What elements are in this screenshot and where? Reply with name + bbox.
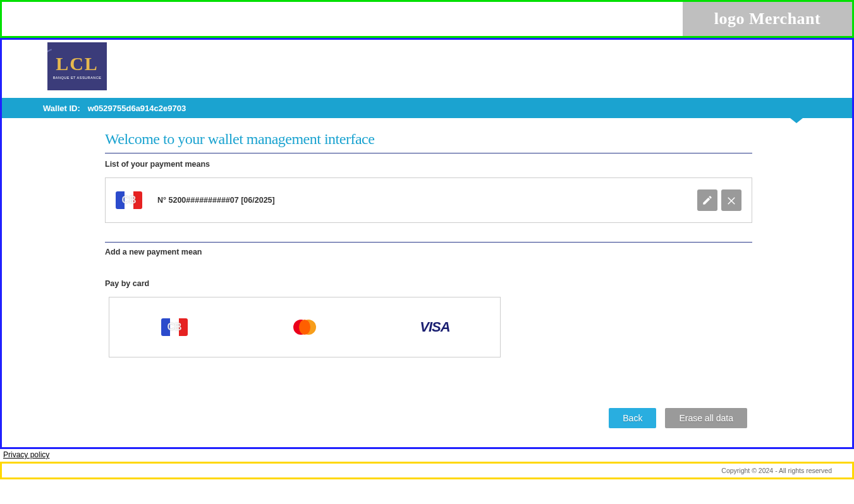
payment-means-heading: List of your payment means xyxy=(105,160,752,169)
mastercard-icon xyxy=(293,320,316,335)
erase-all-button[interactable]: Erase all data xyxy=(665,408,747,428)
add-payment-heading: Add a new payment mean xyxy=(105,248,752,256)
app-frame: LCL BANQUE ET ASSURANCE Wallet ID: w0529… xyxy=(0,38,854,449)
card-masked-number: N° 5200##########07 [06/2025] xyxy=(157,196,697,205)
cb-icon xyxy=(161,318,188,336)
card-scheme-selector: VISA xyxy=(109,297,501,357)
edit-card-button[interactable] xyxy=(697,189,717,211)
page-title: Welcome to your wallet management interf… xyxy=(105,131,752,153)
bank-logo-letters: LCL xyxy=(56,53,99,75)
payment-mean-row: N° 5200##########07 [06/2025] xyxy=(105,177,752,223)
copyright-text: Copyright © 2024 - All rights reserved xyxy=(721,467,832,474)
card-actions xyxy=(697,189,741,211)
pencil-icon xyxy=(702,195,713,206)
merchant-logo: logo Merchant xyxy=(683,2,852,36)
wallet-id-value: w0529755d6a914c2e9703 xyxy=(88,104,186,113)
bank-header: LCL BANQUE ET ASSURANCE xyxy=(2,40,852,98)
main-content: Welcome to your wallet management interf… xyxy=(105,118,752,447)
scheme-option-mastercard[interactable] xyxy=(240,297,370,357)
copyright-bar: Copyright © 2024 - All rights reserved xyxy=(0,462,854,479)
merchant-header: logo Merchant xyxy=(0,0,854,38)
merchant-logo-text: logo Merchant xyxy=(714,9,821,28)
bank-logo-tagline: BANQUE ET ASSURANCE xyxy=(53,76,102,80)
scheme-option-cb[interactable] xyxy=(109,297,240,357)
wallet-id-bar: Wallet ID: w0529755d6a914c2e9703 xyxy=(2,98,852,118)
bank-logo: LCL BANQUE ET ASSURANCE xyxy=(47,42,107,90)
pay-by-card-label: Pay by card xyxy=(105,279,752,288)
scheme-option-visa[interactable]: VISA xyxy=(370,297,500,357)
delete-card-button[interactable] xyxy=(721,189,741,211)
close-icon xyxy=(726,195,737,206)
back-button[interactable]: Back xyxy=(609,408,656,428)
wallet-bar-notch xyxy=(790,118,803,123)
action-buttons: Back Erase all data xyxy=(105,408,752,428)
wallet-id-label: Wallet ID: xyxy=(43,104,80,113)
cb-icon xyxy=(116,191,142,209)
privacy-policy-link[interactable]: Privacy policy xyxy=(0,449,49,460)
section-divider xyxy=(105,242,752,243)
visa-icon: VISA xyxy=(420,319,449,335)
